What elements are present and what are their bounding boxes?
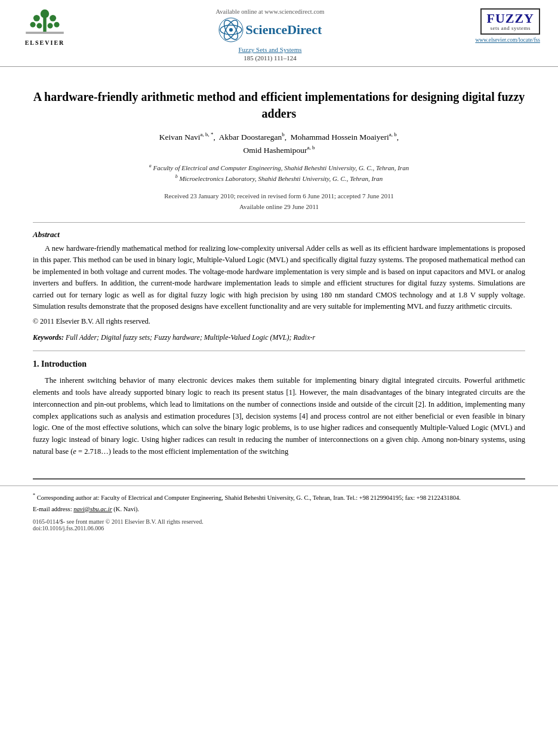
author4-sup: a, b — [307, 145, 315, 150]
available-online-date: Available online 29 June 2011 — [33, 201, 525, 213]
elsevier-logo-area: ELSEVIER — [12, 8, 78, 46]
elsevier-url: www.elsevier.com/locate/fss — [475, 37, 540, 43]
svg-point-15 — [229, 28, 233, 32]
author2-sup: b — [282, 131, 285, 137]
authors-line: Keivan Navia, b, *, Akbar Doostareganb, … — [33, 130, 525, 156]
author1-name: Keivan Navi — [159, 133, 201, 142]
section-introduction: 1. Introduction The inherent switching b… — [33, 359, 525, 457]
affil-a-sup: a — [149, 163, 152, 168]
article-content: A hardware-friendly arithmetic method an… — [0, 67, 558, 478]
journal-name: Fuzzy Sets and Systems — [238, 46, 301, 53]
keywords-label: Keywords: — [33, 333, 64, 342]
svg-point-3 — [50, 15, 56, 21]
email-note: E-mail address: navi@sbu.ac.ir (K. Navi)… — [33, 505, 525, 515]
section1-title: 1. Introduction — [33, 359, 525, 369]
issn-line: 0165-0114/$- see front matter © 2011 Els… — [33, 518, 525, 531]
sciencedirect-text: ScienceDirect — [246, 22, 322, 38]
fuzzy-logo-title: FUZZY — [486, 12, 534, 25]
fuzzy-logo-area: FUZZY sets and systems www.elsevier.com/… — [463, 8, 540, 43]
corresponding-sup: * — [33, 493, 35, 498]
keywords-text: Full Adder; Digital fuzzy sets; Fuzzy ha… — [66, 333, 315, 342]
header: ELSEVIER Available online at www.science… — [0, 0, 558, 67]
affiliations: a Faculty of Electrical and Computer Eng… — [33, 162, 525, 185]
affil-a: a Faculty of Electrical and Computer Eng… — [33, 162, 525, 173]
bottom-divider — [33, 478, 525, 480]
abstract-section: Abstract A new hardware-friendly mathema… — [33, 230, 525, 326]
fuzzy-logo-box: FUZZY sets and systems — [480, 8, 540, 35]
available-online-text: Available online at www.sciencedirect.co… — [216, 8, 325, 15]
abstract-text: A new hardware-friendly mathematical met… — [33, 243, 525, 312]
email-address: navi@sbu.ac.ir — [73, 506, 112, 512]
divider-after-dates — [33, 222, 525, 223]
sciencedirect-area: Available online at www.sciencedirect.co… — [78, 8, 463, 62]
divider-after-abstract — [33, 351, 525, 351]
svg-point-5 — [54, 22, 59, 27]
copyright-line: © 2011 Elsevier B.V. All rights reserved… — [33, 317, 525, 326]
article-title: A hardware-friendly arithmetic method an… — [33, 88, 525, 122]
page: ELSEVIER Available online at www.science… — [0, 0, 558, 756]
email-label: E-mail address: — [33, 506, 72, 512]
author2-name: Akbar Doostaregan — [219, 133, 282, 142]
section1-text: The inherent switching behavior of many … — [33, 375, 525, 457]
issn-text: 0165-0114/$- see front matter © 2011 Els… — [33, 518, 525, 525]
affil-b-sup: b — [175, 174, 178, 179]
fuzzy-logo-subtitle: sets and systems — [486, 25, 534, 31]
svg-point-2 — [33, 15, 40, 21]
svg-point-6 — [36, 23, 42, 29]
elsevier-logo-icon — [21, 8, 69, 38]
svg-point-7 — [48, 23, 53, 29]
keywords-line: Keywords: Full Adder; Digital fuzzy sets… — [33, 333, 525, 342]
sciencedirect-icon — [218, 17, 243, 42]
author3-sup: a, b — [389, 131, 397, 137]
article-dates: Received 23 January 2010; received in re… — [33, 190, 525, 213]
received-date: Received 23 January 2010; received in re… — [33, 190, 525, 202]
svg-rect-8 — [43, 13, 46, 32]
author4-name: Omid Hashemipour — [243, 146, 307, 155]
doi-text: doi:10.1016/j.fss.2011.06.006 — [33, 525, 525, 531]
journal-volume: 185 (2011) 111–124 — [243, 54, 297, 62]
footer: * Corresponding author at: Faculty of El… — [0, 485, 558, 537]
author3-name: Mohammad Hossein Moaiyeri — [291, 133, 389, 142]
corresponding-author-note: * Corresponding author at: Faculty of El… — [33, 492, 525, 503]
affil-b: b Microelectronics Laboratory, Shahid Be… — [33, 173, 525, 184]
sciencedirect-logo: ScienceDirect — [218, 17, 322, 42]
author1-sup: a, b, * — [200, 131, 213, 137]
svg-point-4 — [30, 22, 35, 27]
abstract-title: Abstract — [33, 230, 525, 239]
email-suffix: (K. Navi). — [113, 506, 139, 512]
elsevier-label: ELSEVIER — [25, 39, 65, 46]
